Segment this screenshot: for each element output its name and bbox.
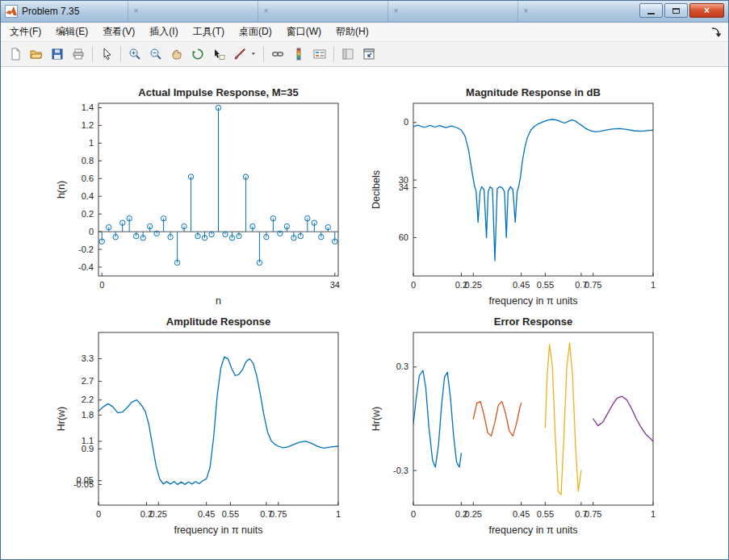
new-figure-button[interactable] (5, 44, 26, 65)
zoom-out-icon (149, 48, 162, 61)
menu-edit[interactable]: 编辑(E) (48, 22, 95, 42)
y-tick-label: 0 (89, 227, 94, 236)
chart-title: Amplitude Response (166, 316, 270, 328)
x-tick-label: 0 (96, 509, 101, 519)
brush-menu-arrow-button[interactable] (250, 44, 260, 65)
window-controls: × (639, 3, 724, 18)
magnitude-response-plot: 00.20.250.450.550.70.7510303460Magnitude… (363, 85, 678, 320)
tab-close-icon[interactable]: × (133, 7, 138, 15)
zoom-out-button[interactable] (145, 44, 166, 65)
menu-window[interactable]: 窗口(W) (279, 22, 329, 42)
menu-insert[interactable]: 插入(I) (142, 22, 185, 42)
tab-close-icon[interactable]: × (393, 7, 398, 15)
error-response-chart: 00.20.250.450.550.70.751-0.30.3Error Res… (363, 314, 678, 550)
zoom-in-button[interactable] (124, 44, 145, 65)
y-tick-label: 34 (399, 182, 408, 192)
rotate-3d-button[interactable] (187, 44, 208, 65)
open-file-button[interactable] (26, 44, 47, 65)
x-tick-label: 0.45 (513, 509, 530, 519)
tab-close-icon[interactable]: × (263, 7, 268, 15)
close-button[interactable]: × (689, 3, 724, 18)
titlebar-tab-2[interactable]: × (258, 1, 388, 22)
minimize-button[interactable] (639, 3, 663, 18)
minimize-icon (647, 13, 655, 15)
menu-desktop[interactable]: 桌面(D) (232, 22, 279, 42)
x-tick-label: 0 (99, 280, 104, 290)
y-tick-label: 1 (89, 138, 94, 148)
insert-legend-button[interactable] (309, 44, 330, 65)
y-tick-label: 1.1 (82, 436, 94, 445)
title-bar[interactable]: Problem 7.35 ×××× × (1, 1, 728, 23)
print-figure-button[interactable] (68, 44, 89, 65)
x-tick-label: 0.75 (584, 280, 601, 290)
x-tick-label: 0 (411, 280, 416, 290)
x-tick-label: 0.25 (465, 280, 482, 290)
figure-toolbar (1, 42, 728, 67)
brush-icon (233, 48, 246, 61)
y-tick-label: 0 (404, 117, 408, 127)
y-tick-label: -0.2 (78, 244, 94, 254)
hide-plot-tools-button[interactable] (337, 44, 358, 65)
y-tick-label: 1.2 (82, 120, 94, 130)
menu-bar: 文件(F)编辑(E)查看(V)插入(I)工具(T)桌面(D)窗口(W)帮助(H) (1, 23, 728, 42)
x-tick-label: 0 (411, 509, 416, 519)
tab-close-icon[interactable]: × (523, 7, 528, 15)
y-tick-label: 1.4 (82, 102, 94, 112)
insert-colorbar-button[interactable] (288, 44, 309, 65)
x-axis-label: n (216, 295, 221, 307)
pan-icon (170, 48, 183, 61)
x-tick-label: 0.55 (537, 509, 554, 519)
titlebar-tab-3[interactable]: × (388, 1, 517, 22)
menu-file[interactable]: 文件(F) (2, 22, 48, 42)
dock-figure-icon (362, 48, 375, 61)
insert-legend-icon (313, 48, 326, 61)
toolbar-separator (333, 46, 334, 62)
error-response-plot: 00.20.250.450.550.70.751-0.30.3Error Res… (363, 314, 678, 550)
y-tick-label: 60 (399, 232, 408, 242)
y-tick-label: 0.8 (82, 156, 94, 165)
x-tick-label: 1 (336, 509, 341, 519)
dock-figure-button[interactable] (358, 44, 379, 65)
menu-view[interactable]: 查看(V) (95, 22, 142, 42)
chart-title: Magnitude Response in dB (466, 86, 601, 98)
window-title: Problem 7.35 (22, 6, 79, 17)
y-tick-label: 0.3 (396, 361, 408, 371)
titlebar-tab-1[interactable]: × (128, 1, 258, 22)
y-tick-label: 0.4 (82, 191, 94, 201)
y-tick-label: 0.2 (82, 209, 94, 219)
menu-tools[interactable]: 工具(T) (186, 22, 232, 42)
x-tick-label: 0.75 (270, 509, 287, 519)
pan-button[interactable] (166, 44, 187, 65)
hide-plot-tools-icon (341, 48, 354, 61)
maximize-button[interactable] (664, 3, 688, 18)
data-cursor-button[interactable] (208, 44, 229, 65)
window-dock-arrow-icon[interactable] (710, 26, 723, 39)
amplitude-response-chart: 00.20.250.450.550.70.751-0.050.050.91.11… (48, 314, 363, 550)
maximize-icon (672, 8, 680, 14)
link-plot-button[interactable] (267, 44, 288, 65)
x-tick-label: 0.25 (465, 509, 482, 519)
x-tick-label: 34 (330, 280, 340, 290)
chart-title: Actual Impulse Response, M=35 (138, 86, 298, 98)
y-tick-label: 2.2 (82, 395, 94, 404)
figure-canvas: 034-0.4-0.200.20.40.60.811.21.4Actual Im… (1, 67, 728, 559)
titlebar-tab-4[interactable]: × (517, 1, 647, 22)
y-tick-label: 0.6 (82, 173, 94, 183)
x-tick-label: 1 (651, 280, 656, 290)
close-icon: × (704, 5, 710, 16)
menu-help[interactable]: 帮助(H) (329, 22, 376, 42)
brush-button[interactable] (229, 44, 250, 65)
y-axis-label: Decibels (371, 170, 382, 209)
edit-plot-button[interactable] (96, 44, 117, 65)
brush-menu-arrow-icon (250, 48, 260, 61)
chart-title: Error Response (494, 316, 573, 328)
save-figure-button[interactable] (47, 44, 68, 65)
insert-colorbar-icon (292, 48, 305, 61)
impulse-response-chart: 034-0.4-0.200.20.40.60.811.21.4Actual Im… (48, 85, 363, 320)
y-tick-label: -0.4 (78, 262, 94, 272)
matlab-figure-window: Problem 7.35 ×××× × 文件(F)编辑(E)查看(V)插入(I)… (0, 0, 729, 560)
y-tick-label: 3.3 (82, 353, 94, 363)
y-axis-label: Hr(w) (371, 407, 382, 432)
matlab-figure-icon (5, 5, 18, 18)
x-tick-label: 0.45 (513, 280, 530, 290)
